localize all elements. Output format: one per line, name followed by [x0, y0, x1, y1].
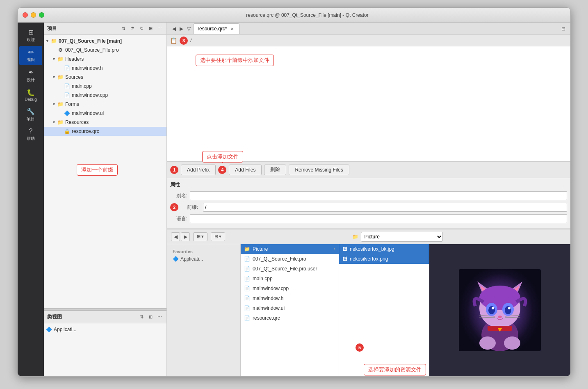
- class-sort-icon[interactable]: ⇅: [138, 313, 145, 321]
- class-expand-icon[interactable]: ⊞: [147, 313, 154, 321]
- remove-missing-button[interactable]: Remove Missing Files: [289, 165, 349, 175]
- tree-label-resource-qrc: resource.qrc: [72, 128, 99, 134]
- fb-item-neko-png[interactable]: 🖼 nekosilverfox.png: [339, 254, 429, 264]
- alias-input[interactable]: [190, 191, 567, 200]
- fb-mainwindow-ui-icon: 📄: [244, 305, 250, 311]
- tab-prev-button[interactable]: ◀: [170, 25, 178, 32]
- resource-breadcrumb: 📋 3 /: [167, 35, 570, 46]
- sidebar-item-edit[interactable]: ✏ 编辑: [19, 46, 42, 65]
- sidebar-item-welcome[interactable]: ⊞ 欢迎: [19, 26, 42, 45]
- properties-title: 属性: [170, 181, 567, 188]
- badge-2: 2: [170, 203, 178, 211]
- fb-pro-icon: 📄: [244, 256, 250, 262]
- fb-preview-panel: [429, 244, 570, 376]
- sidebar-label-debug: Debug: [25, 97, 36, 102]
- tree-item-resources[interactable]: ▼ 📁 Resources: [44, 118, 166, 127]
- tree-item-pro[interactable]: ⚙ 007_Qt_Source_File.pro: [44, 46, 166, 55]
- lang-input[interactable]: [190, 214, 567, 223]
- columns-icon: ⊞: [197, 234, 201, 239]
- fb-view-columns-button[interactable]: ⊞ ▾: [193, 232, 207, 241]
- tree-item-mainwindow-h[interactable]: 📄 mainwindow.h: [44, 64, 166, 73]
- fb-forward-button[interactable]: ▶: [181, 232, 190, 241]
- tree-item-mainwindow-ui[interactable]: 🔷 mainwindow.ui: [44, 109, 166, 118]
- tree-icon-forms: 📁: [57, 101, 64, 108]
- split-button[interactable]: ⊟: [560, 25, 567, 32]
- class-settings-icon[interactable]: ⋯: [156, 313, 163, 321]
- prefix-input[interactable]: [203, 203, 567, 212]
- tree-icon-mainwindow-h: 📄: [64, 65, 70, 71]
- sidebar-item-design[interactable]: ✒ 设计: [19, 66, 42, 85]
- delete-button[interactable]: 删除: [264, 165, 286, 175]
- fb-sidebar-favorites[interactable]: 🔷 Applicati...: [170, 255, 237, 263]
- project-sync-icon[interactable]: ↻: [138, 25, 145, 32]
- fb-item-pro-user[interactable]: 📄 007_Qt_Source_File.pro.user: [241, 264, 339, 274]
- project-panel-icons: ⇅ ⚗ ↻ ⊞ ⋯: [120, 25, 163, 32]
- tree-item-headers[interactable]: ▼ 📁 Headers: [44, 55, 166, 64]
- project-icon: 🔧: [27, 108, 35, 115]
- badge-5-container: 5: [356, 343, 364, 352]
- lang-label: 语言:: [170, 215, 190, 222]
- fb-view-grid-button[interactable]: ⊟ ▾: [211, 232, 225, 241]
- fb-pro-user-label: 007_Qt_Source_File.pro.user: [253, 266, 317, 272]
- fb-item-pro-file2[interactable]: 📄 007_Qt_Source_File.pro: [241, 254, 339, 264]
- sidebar-item-debug[interactable]: 🐛 Debug: [19, 86, 42, 104]
- close-button[interactable]: [23, 12, 28, 18]
- sidebar-label-welcome: 欢迎: [27, 37, 35, 43]
- fb-back-button[interactable]: ◀: [171, 232, 180, 241]
- maximize-button[interactable]: [39, 12, 44, 18]
- svg-point-22: [479, 336, 496, 350]
- fb-item-resource-qrc2[interactable]: 📄 resource.qrc: [241, 313, 339, 323]
- fb-item-mainwindow-h2[interactable]: 📄 mainwindow.h: [241, 293, 339, 303]
- fb-folder-icon: 📁: [352, 234, 358, 240]
- edit-icon: ✏: [28, 48, 34, 56]
- svg-point-23: [504, 336, 520, 350]
- tab-label: resource.qrc*: [198, 26, 227, 32]
- tree-icon-resources: 📁: [57, 119, 64, 126]
- fb-mainwindow-cpp-icon: 📄: [244, 286, 250, 291]
- tree-label-root: 007_Qt_Source_File [main]: [59, 38, 122, 44]
- fb-pro-user-icon: 📄: [244, 266, 250, 272]
- tree-item-sources[interactable]: ▼ 📁 Sources: [44, 73, 166, 82]
- fb-mainwindow-h-icon: 📄: [244, 295, 250, 301]
- preview-svg: [459, 269, 541, 351]
- fb-item-mainwindow-cpp2[interactable]: 📄 mainwindow.cpp: [241, 284, 339, 293]
- help-icon: ?: [29, 128, 33, 135]
- tree-label-main-cpp: main.cpp: [72, 83, 92, 89]
- fb-item-main-cpp2[interactable]: 📄 main.cpp: [241, 274, 339, 284]
- badge-3: 3: [180, 37, 188, 45]
- sidebar-item-project[interactable]: 🔧 项目: [19, 105, 42, 124]
- fb-folder-panel: 📁 Picture › 📄 007_Qt_Source_File.pro 📄: [241, 244, 339, 376]
- tree-item-root[interactable]: ▼ 📁 007_Qt_Source_File [main]: [44, 37, 166, 46]
- tree-item-main-cpp[interactable]: 📄 main.cpp: [44, 82, 166, 91]
- project-settings-icon[interactable]: ⋯: [156, 25, 163, 32]
- tree-arrow-root: ▼: [46, 39, 50, 43]
- tree-item-mainwindow-cpp[interactable]: 📄 mainwindow.cpp: [44, 91, 166, 100]
- tab-resource-qrc[interactable]: resource.qrc* ✕: [193, 23, 239, 34]
- fb-item-neko-bk[interactable]: 🖼 nekosilverfox_bk.jpg: [339, 244, 429, 254]
- welcome-icon: ⊞: [28, 28, 34, 36]
- fb-files-panel: 🖼 nekosilverfox_bk.jpg 🖼 nekosilverfox.p…: [339, 244, 429, 376]
- project-expand-icon[interactable]: ⊞: [147, 25, 154, 32]
- sidebar-item-help[interactable]: ? 帮助: [19, 125, 42, 144]
- project-panel-header: 项目 ⇅ ⚗ ↻ ⊞ ⋯: [44, 23, 166, 35]
- tree-item-resource-qrc[interactable]: 🔒 resource.qrc: [44, 127, 166, 136]
- add-files-button[interactable]: Add Files: [229, 165, 262, 175]
- svg-point-12: [505, 306, 511, 314]
- tab-menu-button[interactable]: ▽: [185, 25, 192, 32]
- fb-item-picture[interactable]: 📁 Picture ›: [241, 244, 339, 254]
- tab-close-button[interactable]: ✕: [229, 26, 235, 32]
- minimize-button[interactable]: [31, 12, 36, 18]
- window-title: resource.qrc @ 007_Qt_Source_File [main]…: [49, 12, 565, 18]
- project-filter-icon[interactable]: ⚗: [129, 25, 136, 32]
- fb-appli-icon: 🔷: [173, 256, 179, 262]
- add-prefix-button[interactable]: Add Prefix: [181, 165, 216, 175]
- tree-item-forms[interactable]: ▼ 📁 Forms: [44, 100, 166, 109]
- fb-item-mainwindow-ui2[interactable]: 📄 mainwindow.ui: [241, 303, 339, 313]
- tab-next-button[interactable]: ▶: [178, 25, 185, 32]
- tab-bar: ◀ ▶ ▽ resource.qrc* ✕ ⊟: [167, 23, 570, 35]
- fb-path-select[interactable]: Picture: [361, 232, 443, 242]
- project-sort-icon[interactable]: ⇅: [120, 25, 127, 32]
- class-tree-item[interactable]: 🔷 Applicati...: [44, 325, 166, 334]
- button-bar: 1 Add Prefix 4 Add Files 删除 Remove Missi…: [167, 161, 570, 178]
- fb-main-cpp-icon: 📄: [244, 276, 250, 281]
